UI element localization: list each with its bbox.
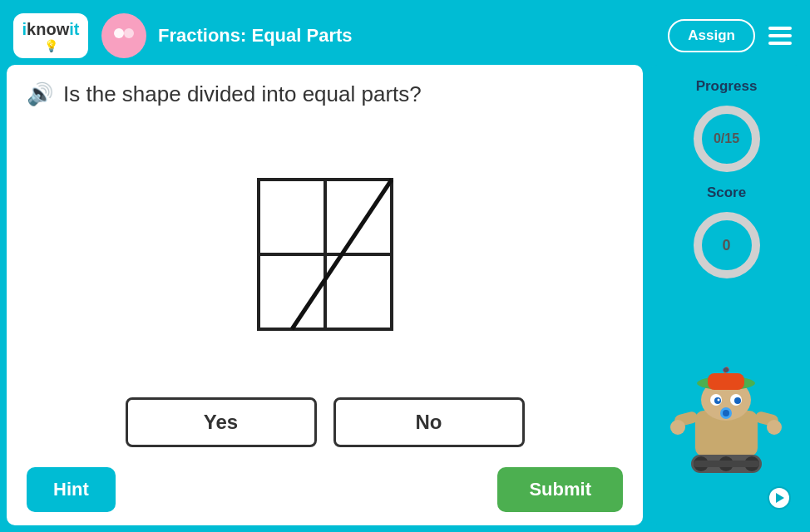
robot-character xyxy=(666,348,787,477)
svg-point-20 xyxy=(734,397,741,404)
svg-rect-12 xyxy=(708,373,744,390)
logo-area: i know it 💡 xyxy=(13,13,88,58)
hamburger-menu-button[interactable] xyxy=(763,22,797,50)
submit-button[interactable]: Submit xyxy=(497,467,623,512)
svg-rect-32 xyxy=(694,461,759,467)
svg-point-26 xyxy=(670,420,685,435)
right-panel: Progress 0/15 Score 0 xyxy=(649,65,803,525)
main-content: 🔊 Is the shape divided into equal parts?… xyxy=(7,65,803,525)
score-donut: 0 xyxy=(689,208,764,283)
header: i know it 💡 Fractions: Equal Parts Assig… xyxy=(7,7,803,65)
shape-container xyxy=(27,124,623,384)
progress-section: Progress 0/15 xyxy=(658,78,795,176)
svg-point-0 xyxy=(114,28,124,38)
hint-button[interactable]: Hint xyxy=(27,467,116,512)
svg-point-21 xyxy=(718,399,720,401)
logo-bulb-icon: 💡 xyxy=(44,39,58,52)
lesson-title: Fractions: Equal Parts xyxy=(158,25,668,47)
next-arrow-svg xyxy=(767,485,792,510)
shape-diagram xyxy=(234,163,417,346)
hamburger-line-2 xyxy=(768,34,792,37)
bottom-bar: Hint Submit xyxy=(27,467,623,512)
logo-box: i know it 💡 xyxy=(13,13,88,58)
hamburger-line-1 xyxy=(768,27,792,30)
svg-point-16 xyxy=(724,367,729,372)
progress-donut: 0/15 xyxy=(689,101,764,176)
progress-value: 0/15 xyxy=(714,131,739,146)
hamburger-line-3 xyxy=(768,42,792,45)
assign-button[interactable]: Assign xyxy=(668,19,755,52)
answer-buttons: Yes No xyxy=(27,397,623,447)
robot-area xyxy=(658,291,795,477)
nav-arrow-icon[interactable] xyxy=(767,485,792,515)
score-section: Score 0 xyxy=(658,185,795,283)
app-container: i know it 💡 Fractions: Equal Parts Assig… xyxy=(0,0,810,532)
no-button[interactable]: No xyxy=(333,397,525,447)
yes-button[interactable]: Yes xyxy=(126,397,317,447)
lesson-icon xyxy=(101,13,146,58)
score-value: 0 xyxy=(722,237,730,254)
svg-point-23 xyxy=(723,410,729,416)
header-right: Assign xyxy=(668,19,797,52)
logo-text-it: it xyxy=(69,20,79,39)
score-label: Score xyxy=(707,185,746,201)
question-area: 🔊 Is the shape divided into equal parts? xyxy=(27,81,623,107)
question-text: Is the shape divided into equal parts? xyxy=(63,81,422,107)
logo-text-know: know xyxy=(27,20,69,39)
svg-point-27 xyxy=(767,420,782,435)
left-panel: 🔊 Is the shape divided into equal parts?… xyxy=(7,65,643,525)
sound-icon[interactable]: 🔊 xyxy=(27,81,53,107)
progress-label: Progress xyxy=(696,78,758,95)
svg-point-1 xyxy=(124,28,134,38)
